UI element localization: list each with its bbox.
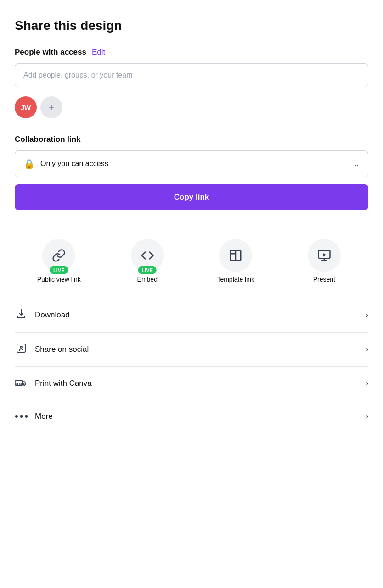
share-option-template[interactable]: Template link — [213, 239, 259, 283]
public-view-icon-circle: LIVE — [42, 239, 75, 272]
template-icon — [229, 249, 242, 262]
action-item-print[interactable]: Print with Canva › — [15, 367, 368, 400]
social-label: Share on social — [35, 345, 89, 354]
download-chevron-icon: › — [366, 311, 368, 319]
action-item-social[interactable]: Share on social › — [15, 333, 368, 367]
print-label: Print with Canva — [35, 379, 92, 388]
people-section-label: People with access — [15, 48, 86, 57]
copy-link-button[interactable]: Copy link — [15, 184, 368, 210]
access-dropdown[interactable]: 🔒 Only you can access ⌄ — [15, 150, 368, 177]
social-chevron-icon: › — [366, 345, 368, 354]
more-icon: ••• — [15, 410, 28, 422]
print-icon — [15, 377, 28, 390]
present-icon — [317, 249, 331, 262]
link-icon — [52, 249, 66, 262]
template-icon-circle — [219, 239, 252, 272]
action-item-download[interactable]: Download › — [15, 298, 368, 333]
share-options-section: LIVE Public view link LIVE Embed — [0, 225, 383, 283]
svg-point-10 — [20, 383, 22, 385]
template-label: Template link — [217, 276, 254, 283]
download-icon — [15, 308, 28, 322]
avatar[interactable]: JW — [15, 96, 37, 118]
social-icon — [15, 343, 28, 356]
add-person-button[interactable]: + — [40, 96, 62, 118]
edit-link[interactable]: Edit — [92, 48, 105, 57]
share-option-present[interactable]: Present — [301, 239, 347, 283]
present-label: Present — [313, 276, 335, 283]
public-view-label: Public view link — [37, 276, 81, 283]
svg-point-9 — [16, 383, 17, 385]
lock-icon: 🔒 — [23, 158, 35, 169]
share-icons-row: LIVE Public view link LIVE Embed — [15, 239, 368, 283]
more-chevron-icon: › — [366, 412, 368, 421]
embed-label: Embed — [137, 276, 158, 283]
avatars-row: JW + — [15, 96, 368, 118]
print-chevron-icon: › — [366, 379, 368, 388]
people-input[interactable] — [15, 63, 368, 87]
live-badge-embed: LIVE — [138, 266, 157, 274]
embed-icon — [141, 249, 154, 262]
access-text: Only you can access — [40, 160, 108, 168]
collaboration-section: Collaboration link 🔒 Only you can access… — [15, 135, 368, 210]
share-option-public-view[interactable]: LIVE Public view link — [36, 239, 82, 283]
share-panel: Share this design People with access Edi… — [0, 0, 383, 210]
people-section-header: People with access Edit — [15, 48, 368, 57]
share-option-embed[interactable]: LIVE Embed — [124, 239, 170, 283]
action-list: Download › Share on social › — [0, 298, 383, 433]
embed-icon-circle: LIVE — [131, 239, 164, 272]
present-icon-circle — [308, 239, 341, 272]
more-label: More — [35, 412, 53, 421]
chevron-down-icon: ⌄ — [354, 160, 360, 168]
svg-marker-6 — [323, 253, 327, 257]
svg-point-11 — [23, 383, 25, 385]
live-badge-public: LIVE — [50, 266, 68, 274]
collaboration-label: Collaboration link — [15, 135, 368, 144]
page-title: Share this design — [15, 18, 368, 33]
action-item-more[interactable]: ••• More › — [15, 400, 368, 433]
download-label: Download — [35, 311, 70, 320]
